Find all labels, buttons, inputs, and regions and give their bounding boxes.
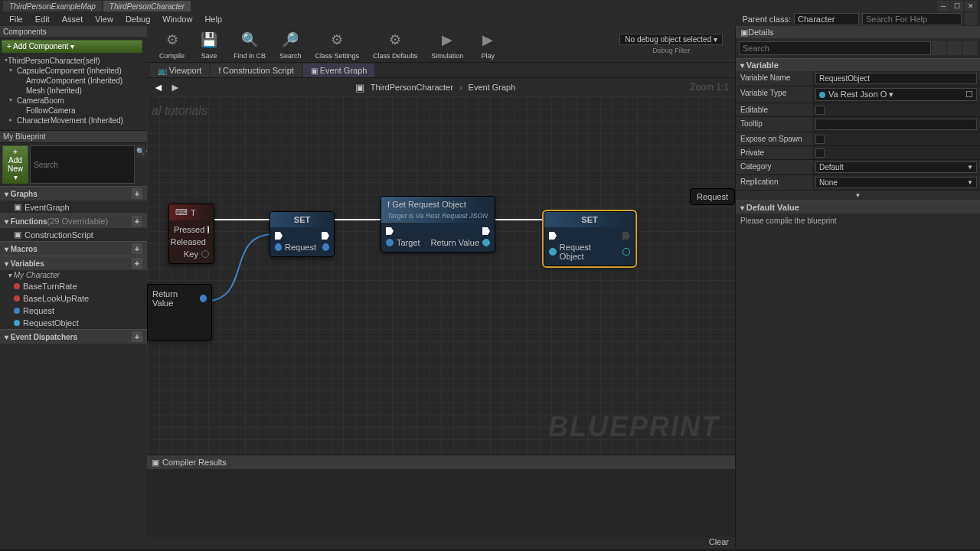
node-set-request[interactable]: SET Request <box>270 211 335 257</box>
detail-value[interactable] <box>812 117 980 132</box>
toolbar-save[interactable]: 💾Save <box>192 28 226 61</box>
minimize-icon[interactable]: ─ <box>937 1 949 11</box>
detail-value[interactable] <box>812 146 980 160</box>
editor-tab[interactable]: ThirdPersonCharacter <box>103 1 191 11</box>
node-get-request-object[interactable]: f Get Request Object Target is Va Rest R… <box>381 196 495 253</box>
search-icon[interactable] <box>933 41 946 55</box>
add-icon[interactable]: + <box>132 243 142 254</box>
parent-class-value[interactable]: Character <box>794 13 859 25</box>
menu-window[interactable]: Window <box>156 15 198 24</box>
menu-file[interactable]: File <box>3 15 29 24</box>
tab-viewport[interactable]: 📺 Viewport <box>150 64 209 77</box>
breadcrumb-item[interactable]: Event Graph <box>469 83 516 92</box>
chevron-right-icon: › <box>459 83 462 92</box>
detail-value[interactable] <box>812 103 980 117</box>
toolbar-search[interactable]: 🔎Search <box>273 28 308 61</box>
node-set-request-object[interactable]: SET Request Object <box>544 211 635 266</box>
component-tree-item[interactable]: CapsuleComponent (Inherited) <box>2 66 145 76</box>
detail-value[interactable] <box>812 71 980 86</box>
compiler-output <box>147 469 735 537</box>
blueprint-item[interactable]: ▣ConstructionScript <box>0 228 147 241</box>
detail-value[interactable]: Default▼ <box>812 160 980 175</box>
myblueprint-search[interactable] <box>30 145 135 184</box>
add-component-button[interactable]: + Add Component ▾ <box>2 40 142 53</box>
add-icon[interactable]: + <box>132 216 142 227</box>
category-functions[interactable]: ▾ Functions (29 Overridable)+ <box>0 214 147 228</box>
blueprint-item[interactable]: RequestObject <box>0 317 147 329</box>
toolbar-classdefaults[interactable]: ⚙Class Defaults <box>367 28 423 61</box>
blueprint-item[interactable]: BaseTurnRate <box>0 280 147 292</box>
details-icon: ▣ <box>740 28 748 37</box>
detail-label: Editable <box>736 103 812 117</box>
detail-label: Variable Type <box>736 86 812 103</box>
toolbar-simulation[interactable]: ▶Simulation <box>425 28 469 61</box>
toolbar-compile[interactable]: ⚙Compile <box>153 28 191 61</box>
compiler-icon: ▣ <box>152 458 159 468</box>
blueprint-item[interactable]: BaseLookUpRate <box>0 292 147 305</box>
category-macros[interactable]: ▾ Macros+ <box>0 241 147 256</box>
breadcrumb-item[interactable]: ▣ <box>355 82 364 93</box>
category-variables[interactable]: ▾ Variables+ <box>0 256 147 270</box>
details-title: Details <box>748 28 774 37</box>
toolbar-play[interactable]: ▶Play <box>471 28 505 61</box>
component-tree-item[interactable]: Mesh (Inherited) <box>2 86 145 96</box>
detail-value[interactable]: None▼ <box>812 175 980 191</box>
toolbar-findincb[interactable]: 🔍Find in CB <box>227 28 272 61</box>
menu-asset[interactable]: Asset <box>56 15 90 24</box>
nav-back-icon[interactable]: ◄ <box>153 81 164 93</box>
tab-construction[interactable]: f Construction Script <box>211 64 302 77</box>
detail-label: Variable Name <box>736 71 812 86</box>
component-tree-item[interactable]: CameraBoom <box>2 96 145 106</box>
category-eventdispatchers[interactable]: ▾ Event Dispatchers+ <box>0 329 147 344</box>
debug-object-select[interactable]: No debug object selected ▾ <box>619 34 723 45</box>
variable-section[interactable]: ▾ Variable <box>736 58 980 71</box>
menu-debug[interactable]: Debug <box>119 15 156 24</box>
watermark: al tutorials <box>152 104 207 118</box>
details-search[interactable] <box>739 41 931 55</box>
component-tree-item[interactable]: FollowCamera <box>2 106 145 116</box>
subcategory[interactable]: ▾ My Character <box>0 270 147 280</box>
breadcrumb-item[interactable]: ThirdPersonCharacter <box>371 83 453 92</box>
add-icon[interactable]: + <box>132 258 142 269</box>
add-icon[interactable]: + <box>132 331 142 342</box>
component-tree-item[interactable]: CharacterMovement (Inherited) <box>2 116 145 126</box>
debug-filter-label: Debug Filter <box>619 47 723 54</box>
detail-label: Category <box>736 160 812 175</box>
maximize-icon[interactable]: ☐ <box>951 1 963 11</box>
add-new-button[interactable]: + Add New ▾ <box>2 145 28 184</box>
nav-fwd-icon[interactable]: ► <box>170 81 181 93</box>
blueprint-item[interactable]: Request <box>0 305 147 317</box>
node-partial-right[interactable]: Request <box>690 188 735 205</box>
grid-icon[interactable] <box>948 41 962 55</box>
add-icon[interactable]: + <box>132 188 142 199</box>
category-graphs[interactable]: ▾ Graphs+ <box>0 186 147 201</box>
detail-label: Replication <box>736 175 812 191</box>
editor-tab[interactable]: ThirdPersonExampleMap <box>3 1 102 11</box>
detail-label: Private <box>736 146 812 160</box>
clear-button[interactable]: Clear <box>709 537 729 549</box>
node-partial-left[interactable]: Return Value <box>147 284 212 341</box>
detail-value[interactable] <box>812 132 980 146</box>
detail-value[interactable]: Va Rest Json O ▾☐ <box>812 86 980 103</box>
compiler-results-label: Compiler Results <box>162 458 227 467</box>
event-graph-canvas[interactable]: al tutorials ⌨T Pressed Released Key SET <box>147 96 735 455</box>
menu-view[interactable]: View <box>89 15 119 24</box>
compile-message: Please compile the blueprint <box>736 214 980 228</box>
search-icon[interactable]: 🔍 <box>136 145 145 158</box>
search-icon[interactable] <box>965 13 977 25</box>
expand-section[interactable]: ▼ <box>736 191 980 201</box>
menu-edit[interactable]: Edit <box>29 15 56 24</box>
detail-label: Tooltip <box>736 117 812 132</box>
component-tree-item[interactable]: ThirdPersonCharacter(self) <box>2 56 145 66</box>
close-icon[interactable]: ✕ <box>965 1 977 11</box>
menu-help[interactable]: Help <box>198 15 228 24</box>
component-tree-item[interactable]: ArrowComponent (Inherited) <box>2 76 145 86</box>
tab-eventgraph[interactable]: ▣ Event Graph <box>303 64 375 77</box>
defaultvalue-section[interactable]: ▾ Default Value <box>736 201 980 214</box>
blueprint-item[interactable]: ▣EventGraph <box>0 201 147 214</box>
node-key-t[interactable]: ⌨T Pressed Released Key <box>168 204 214 264</box>
eye-icon[interactable] <box>963 41 977 55</box>
search-help-input[interactable] <box>862 13 962 25</box>
zoom-label: Zoom 1:1 <box>690 82 729 93</box>
toolbar-classsettings[interactable]: ⚙Class Settings <box>309 28 366 61</box>
